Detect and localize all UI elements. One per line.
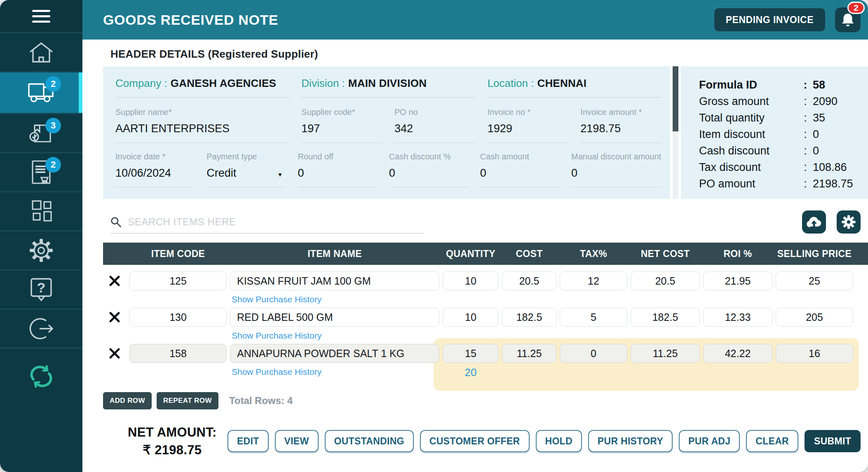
po-amount-label: PO amount — [699, 178, 798, 190]
show-purchase-history-link[interactable]: Show Purchase History — [232, 367, 321, 379]
invoice-amount-input[interactable]: 2198.75 — [580, 122, 661, 143]
hold-button[interactable]: HOLD — [536, 430, 582, 452]
manual-discount-label: Manual discount amount — [571, 152, 661, 161]
sidebar-item-sync[interactable] — [0, 349, 82, 472]
po-no-input[interactable]: 342 — [394, 122, 475, 143]
cash-amount-field: Cash amount 0 — [480, 152, 559, 187]
upload-button[interactable] — [802, 210, 826, 234]
cash-discount-pct-field: Cash discount % 0 — [389, 152, 468, 187]
table-row: Show Purchase History — [103, 308, 853, 341]
add-row-button[interactable]: ADD ROW — [103, 392, 152, 409]
cash-discount-pct-input[interactable]: 0 — [389, 167, 468, 187]
po-no-label: PO no — [394, 107, 475, 117]
show-purchase-history-link[interactable]: Show Purchase History — [232, 331, 321, 341]
net-cost-input[interactable] — [631, 344, 700, 363]
grn-count-badge: 2 — [45, 76, 61, 92]
manual-discount-input[interactable]: 0 — [571, 167, 661, 187]
panel-scrollbar-thumb[interactable] — [673, 66, 678, 131]
customer-offer-button[interactable]: CUSTOMER OFFER — [420, 430, 530, 452]
home-icon — [28, 41, 54, 64]
sidebar-item-logout[interactable] — [0, 310, 82, 349]
tax-input[interactable] — [560, 271, 627, 290]
delete-row-button[interactable] — [103, 344, 126, 363]
clear-button[interactable]: CLEAR — [746, 430, 798, 452]
invoice-no-input[interactable]: 1929 — [488, 122, 568, 143]
roi-input[interactable] — [703, 344, 772, 363]
submit-button[interactable]: SUBMIT — [805, 430, 861, 452]
invoice-date-input[interactable]: 10/06/2024 — [115, 167, 194, 187]
panel-scrollbar[interactable] — [673, 66, 678, 199]
summary-row: Tax discount:108.86 — [699, 161, 861, 174]
item-code-input[interactable] — [129, 344, 227, 363]
sidebar-item-grn[interactable]: 2 — [0, 72, 82, 114]
round-off-input[interactable]: 0 — [298, 167, 376, 187]
repeat-row-button[interactable]: REPEAT ROW — [157, 392, 218, 409]
quantity-input[interactable] — [443, 344, 499, 363]
po-no-field: PO no 342 — [394, 107, 475, 143]
company-value: GANESH AGENCIES — [171, 77, 276, 89]
invoice-date-label: Invoice date * — [115, 152, 194, 161]
settings-gear-icon — [28, 238, 54, 263]
outstanding-button[interactable]: OUTSTANDING — [325, 430, 414, 452]
supplier-code-input[interactable]: 197 — [301, 122, 382, 143]
division-value: MAIN DIVISION — [348, 77, 427, 89]
row-actions: ADD ROW REPEAT ROW Total Rows: 4 — [103, 392, 868, 409]
summary-row: Gross amount:2090 — [699, 95, 861, 108]
cost-input[interactable] — [502, 344, 556, 363]
roi-input[interactable] — [703, 308, 772, 327]
formula-id-label: Formula ID — [699, 79, 798, 91]
sidebar-item-apps[interactable] — [0, 192, 82, 231]
summary-row: Item discount:0 — [699, 128, 861, 141]
gross-amount-label: Gross amount — [699, 95, 798, 108]
sidebar-item-receipts[interactable]: 3 — [0, 114, 82, 153]
item-name-input[interactable] — [230, 344, 439, 363]
selling-price-input[interactable] — [776, 271, 853, 290]
selling-price-input[interactable] — [776, 344, 853, 363]
tax-input[interactable] — [560, 344, 627, 363]
item-code-input[interactable] — [129, 271, 227, 290]
col-net-cost: NET COST — [631, 248, 700, 259]
invoice-date-field: Invoice date * 10/06/2024 — [115, 152, 194, 187]
item-name-input[interactable] — [230, 271, 439, 290]
po-amount-value: 2198.75 — [813, 178, 853, 190]
net-cost-input[interactable] — [631, 308, 700, 327]
show-purchase-history-link[interactable]: Show Purchase History — [232, 294, 321, 304]
sidebar-item-purchase[interactable]: 2 — [0, 153, 82, 192]
table-row-highlighted: Show Purchase History 20 — [103, 344, 853, 379]
delete-row-button[interactable] — [103, 271, 126, 290]
sidebar-item-help[interactable]: ? — [0, 271, 82, 310]
search-input[interactable] — [127, 216, 424, 228]
net-cost-input[interactable] — [631, 271, 700, 290]
sidebar-item-settings[interactable] — [0, 231, 82, 271]
chevron-down-icon: ▼ — [277, 171, 286, 178]
summary-row: Formula ID:58 — [699, 79, 861, 91]
sidebar-item-menu[interactable] — [0, 0, 82, 33]
previous-quantity-value: 20 — [443, 366, 499, 379]
selling-price-input[interactable] — [776, 308, 853, 327]
tax-discount-value: 108.86 — [813, 161, 847, 174]
item-name-input[interactable] — [230, 308, 439, 327]
view-button[interactable]: VIEW — [275, 430, 319, 452]
net-amount: NET AMOUNT: ₹ 2198.75 — [128, 423, 217, 459]
supplier-name-label: Supplier name* — [115, 107, 289, 117]
roi-input[interactable] — [703, 271, 772, 290]
delete-x-icon — [109, 276, 120, 286]
cost-input[interactable] — [502, 271, 556, 290]
payment-type-select[interactable]: Credit▼ — [206, 167, 285, 187]
quantity-input[interactable] — [443, 308, 499, 327]
supplier-name-input[interactable]: AARTI ENTERPRISES — [115, 122, 289, 143]
tax-input[interactable] — [560, 308, 627, 327]
item-code-input[interactable] — [129, 308, 227, 327]
pending-invoice-button[interactable]: PENDING INVOICE — [714, 8, 825, 31]
apps-grid-icon — [29, 199, 53, 223]
edit-button[interactable]: EDIT — [228, 430, 269, 452]
cost-input[interactable] — [502, 308, 556, 327]
cash-amount-input[interactable]: 0 — [480, 167, 559, 187]
item-discount-value: 0 — [813, 128, 819, 141]
pur-history-button[interactable]: PUR HISTORY — [588, 430, 673, 452]
delete-row-button[interactable] — [103, 308, 126, 327]
table-settings-button[interactable] — [837, 210, 861, 234]
quantity-input[interactable] — [443, 271, 499, 290]
sidebar-item-home[interactable] — [0, 33, 82, 72]
pur-adj-button[interactable]: PUR ADJ — [679, 430, 740, 452]
